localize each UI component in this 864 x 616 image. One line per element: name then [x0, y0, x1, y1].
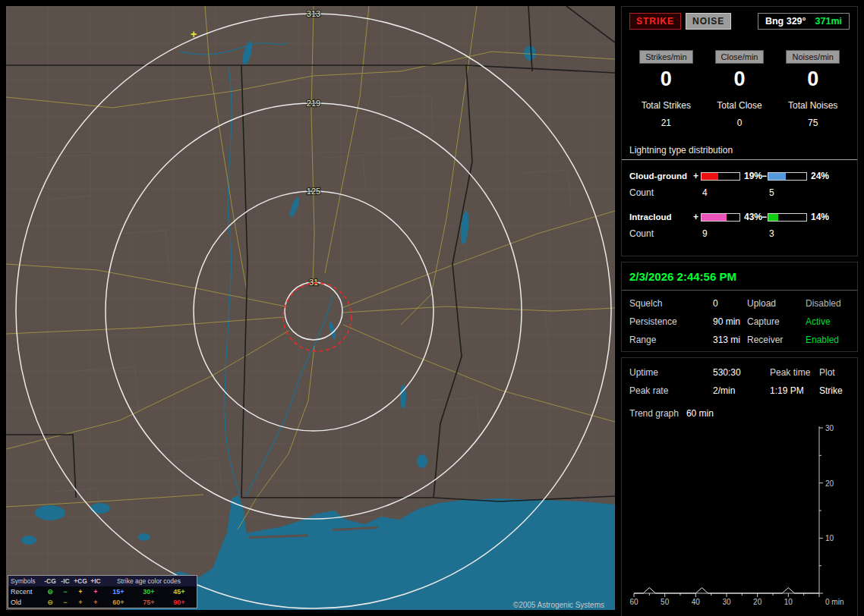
datetime-display: 2/3/2026 2:44:56 PM — [622, 269, 857, 291]
plot-label: Plot — [819, 367, 850, 378]
ic-negative-pct: 14% — [809, 212, 850, 222]
intracloud-row: Intracloud + 43% − 14% — [629, 209, 850, 225]
age-75: 75+ — [134, 599, 164, 606]
range-ring-label: 125 — [307, 187, 320, 196]
total-strikes: Total Strikes 21 — [629, 100, 703, 128]
map-art: 31321912531+ — [6, 6, 615, 610]
legend-col-neg-ic: -IC — [58, 577, 73, 585]
strikes-per-min-value: 0 — [629, 68, 703, 91]
legend-row-old: Old ⊖ − + + 60+ 75+ 90+ — [8, 597, 197, 608]
close-per-min-counter: Close/min 0 — [703, 49, 777, 91]
legend-age-header: Strike age color codes — [103, 577, 194, 585]
trend-graph-label: Trend graph — [629, 408, 679, 419]
peak-rate-value: 2/min — [713, 385, 770, 396]
copyright: ©2005 Astrogenic Systems — [513, 601, 604, 609]
uptime-grid: Uptime 530:30 Peak time Plot Peak rate 2… — [629, 367, 850, 396]
ic-positive-bar-fill — [702, 214, 727, 221]
map-legend: Symbols -CG -IC +CG +IC Strike age color… — [8, 575, 197, 608]
strikes-per-min-button[interactable]: Strikes/min — [639, 50, 692, 64]
age-15: 15+ — [103, 588, 134, 596]
intracloud-count-row: Count 9 3 — [629, 225, 850, 242]
age-90: 90+ — [164, 599, 194, 606]
y-tick-label: 10 — [825, 534, 834, 542]
neg-ic-recent-icon: − — [58, 588, 73, 596]
squelch-label: Squelch — [629, 298, 713, 309]
range-ring-label: 31 — [309, 278, 318, 287]
range-label: Range — [629, 335, 713, 345]
total-close: Total Close 0 — [703, 100, 777, 128]
cg-negative-bar — [768, 172, 807, 181]
minus-sign: − — [762, 212, 768, 222]
plot-value: Strike — [819, 385, 850, 396]
ic-negative-bar — [768, 213, 807, 222]
y-tick-label: 20 — [825, 479, 834, 488]
total-noises-label: Total Noises — [776, 100, 850, 111]
peak-rate-label: Peak rate — [629, 385, 713, 396]
pos-cg-recent-icon: + — [73, 588, 88, 596]
range-ring-label: 313 — [307, 9, 320, 18]
total-close-value: 0 — [703, 118, 777, 128]
noise-toggle-button[interactable]: NOISE — [686, 13, 731, 30]
nexstorm-app: 31321912531+ Symbols -CG -IC +CG +IC Str… — [0, 0, 864, 616]
uptime-value: 530:30 — [713, 367, 770, 378]
cg-positive-pct: 19% — [742, 171, 762, 181]
plus-sign: + — [693, 212, 701, 222]
legend-col-neg-cg: -CG — [43, 577, 58, 585]
persistence-label: Persistence — [629, 316, 713, 327]
total-noises: Total Noises 75 — [776, 100, 850, 128]
cg-count-label: Count — [629, 187, 693, 198]
range-ring-label: 219 — [307, 99, 320, 108]
close-per-min-button[interactable]: Close/min — [715, 50, 765, 64]
capture-value: Active — [806, 316, 850, 327]
cg-negative-bar-fill — [768, 173, 786, 180]
cloud-ground-label: Cloud-ground — [629, 171, 693, 181]
cg-negative-count: 5 — [768, 187, 809, 198]
cg-positive-bar-fill — [702, 173, 718, 180]
x-tick-label: 50 — [661, 598, 670, 606]
x-tick-label: 10 — [784, 598, 793, 606]
trend-chart: 1020306050403020100 min — [629, 422, 850, 610]
legend-col-pos-ic: +IC — [88, 577, 103, 585]
squelch-value: 0 — [713, 298, 747, 309]
neg-cg-recent-icon: ⊖ — [43, 588, 58, 596]
strike-symbol: + — [191, 28, 197, 40]
status-panel: 2/3/2026 2:44:56 PM Squelch 0 Upload Dis… — [621, 262, 858, 352]
legend-recent-label: Recent — [11, 588, 43, 596]
pos-ic-recent-icon: + — [88, 588, 103, 596]
total-strikes-label: Total Strikes — [629, 100, 703, 111]
trend-panel: Uptime 530:30 Peak time Plot Peak rate 2… — [621, 357, 858, 616]
x-tick-label: 30 — [722, 598, 731, 606]
legend-col-pos-cg: +CG — [73, 577, 88, 585]
legend-symbols-label: Symbols — [11, 577, 43, 585]
peak-time-value: 1:19 PM — [770, 385, 819, 396]
totals-row: Total Strikes 21 Total Close 0 Total Noi… — [629, 100, 850, 128]
trend-header: Trend graph 60 min — [629, 408, 850, 419]
neg-ic-old-icon: − — [58, 599, 73, 606]
noises-per-min-button[interactable]: Noises/min — [786, 50, 839, 64]
x-tick-label: 20 — [753, 598, 762, 606]
strikes-per-min-counter: Strikes/min 0 — [629, 49, 703, 91]
cg-positive-bar — [701, 172, 740, 181]
x-tick-label: 40 — [692, 598, 701, 606]
intracloud-label: Intracloud — [629, 212, 693, 222]
upload-value: Disabled — [806, 298, 850, 309]
ic-positive-bar — [701, 213, 740, 222]
neg-cg-old-icon: ⊖ — [43, 599, 58, 606]
strike-toggle-button[interactable]: STRIKE — [629, 13, 681, 30]
total-close-label: Total Close — [703, 100, 777, 111]
total-strikes-value: 21 — [629, 118, 703, 128]
ic-negative-count: 3 — [768, 228, 809, 239]
persistence-value: 90 min — [713, 316, 747, 327]
trend-series-line — [634, 588, 819, 593]
settings-grid: Squelch 0 Upload Disabled Persistence 90… — [629, 298, 850, 345]
capture-label: Capture — [747, 316, 806, 327]
ic-negative-bar-fill — [768, 214, 778, 221]
ic-count-label: Count — [629, 228, 693, 239]
distribution-title: Lightning type distribution — [622, 145, 857, 160]
bearing-value: Bng 329° — [765, 16, 806, 27]
lightning-map[interactable]: 31321912531+ Symbols -CG -IC +CG +IC Str… — [6, 6, 615, 610]
y-tick-label: 30 — [825, 424, 834, 432]
age-30: 30+ — [134, 588, 164, 596]
legend-old-label: Old — [11, 599, 43, 606]
bearing-distance: 371mi — [815, 16, 842, 27]
